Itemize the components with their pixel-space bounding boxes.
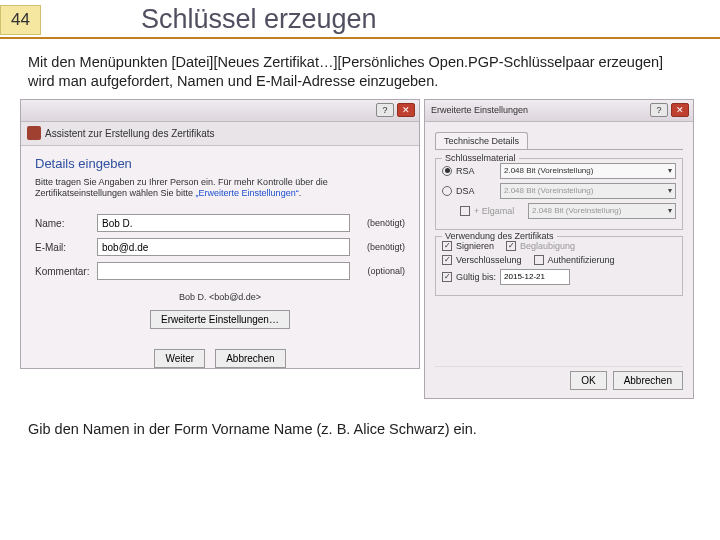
page-title: Schlüssel erzeugen xyxy=(141,4,377,35)
tab-row: Technische Details xyxy=(435,130,683,150)
auth-label: Authentifizierung xyxy=(548,255,615,265)
advanced-window: Erweiterte Einstellungen ? ✕ Technische … xyxy=(424,99,694,399)
help-button[interactable]: ? xyxy=(650,103,668,117)
tab-tech[interactable]: Technische Details xyxy=(435,132,528,149)
rsa-label: RSA xyxy=(456,166,496,176)
elgamal-checkbox xyxy=(460,206,470,216)
auth-checkbox[interactable] xyxy=(534,255,544,265)
section-heading: Details eingeben xyxy=(35,156,405,171)
valid-checkbox[interactable] xyxy=(442,272,452,282)
comment-req: (optional) xyxy=(350,266,405,276)
email-input[interactable] xyxy=(97,238,350,256)
email-label: E-Mail: xyxy=(35,242,97,253)
close-button[interactable]: ✕ xyxy=(397,103,415,117)
wizard-window: ? ✕ Assistent zur Erstellung des Zertifi… xyxy=(20,99,420,369)
page-number: 44 xyxy=(0,5,41,35)
identity-line: Bob D. <bob@d.de> xyxy=(35,292,405,302)
chevron-down-icon: ▾ xyxy=(668,186,672,195)
toolbar-title: Assistent zur Erstellung des Zertifikats xyxy=(45,128,215,139)
adv-title: Erweiterte Einstellungen xyxy=(431,105,528,115)
intro-text: Mit den Menüpunkten [Datei][Neues Zertif… xyxy=(0,39,720,99)
sign-checkbox[interactable] xyxy=(442,241,452,251)
elgamal-label: + Elgamal xyxy=(474,206,524,216)
comment-input[interactable] xyxy=(97,262,350,280)
name-label: Name: xyxy=(35,218,97,229)
section-desc: Bitte tragen Sie Angaben zu Ihrer Person… xyxy=(35,177,405,200)
dsa-label: DSA xyxy=(456,186,496,196)
app-icon xyxy=(27,126,41,140)
name-req: (benötigt) xyxy=(350,218,405,228)
desc-post: . xyxy=(299,188,302,198)
encrypt-label: Verschlüsselung xyxy=(456,255,522,265)
chevron-down-icon: ▾ xyxy=(668,166,672,175)
cancel-button[interactable]: Abbrechen xyxy=(613,371,683,390)
titlebar: Erweiterte Einstellungen ? ✕ xyxy=(425,100,693,122)
toolbar: Assistent zur Erstellung des Zertifikats xyxy=(21,122,419,146)
dsa-bits-select: 2.048 Bit (Voreinstellung)▾ xyxy=(500,183,676,199)
close-button[interactable]: ✕ xyxy=(671,103,689,117)
chevron-down-icon: ▾ xyxy=(668,206,672,215)
usage-group: Verwendung des Zertifikats Signieren Beg… xyxy=(435,236,683,296)
footer-text: Gib den Namen in der Form Vorname Name (… xyxy=(0,399,720,437)
adv-link[interactable]: „Erweiterte Einstellungen“ xyxy=(196,188,299,198)
valid-label: Gültig bis: xyxy=(456,272,496,282)
comment-label: Kommentar: xyxy=(35,266,97,277)
email-req: (benötigt) xyxy=(350,242,405,252)
cert-checkbox[interactable] xyxy=(506,241,516,251)
advanced-button[interactable]: Erweiterte Einstellungen… xyxy=(150,310,290,329)
key-material-group: Schlüsselmaterial RSA 2.048 Bit (Voreins… xyxy=(435,158,683,230)
group-title: Schlüsselmaterial xyxy=(442,153,519,163)
cert-label: Beglaubigung xyxy=(520,241,575,251)
group-title: Verwendung des Zertifikats xyxy=(442,231,557,241)
rsa-radio[interactable] xyxy=(442,166,452,176)
titlebar: ? ✕ xyxy=(21,100,419,122)
cancel-button[interactable]: Abbrechen xyxy=(215,349,285,368)
elgamal-bits-select: 2.048 Bit (Voreinstellung)▾ xyxy=(528,203,676,219)
sign-label: Signieren xyxy=(456,241,494,251)
ok-button[interactable]: OK xyxy=(570,371,606,390)
encrypt-checkbox[interactable] xyxy=(442,255,452,265)
rsa-bits-select[interactable]: 2.048 Bit (Voreinstellung)▾ xyxy=(500,163,676,179)
help-button[interactable]: ? xyxy=(376,103,394,117)
valid-date-input[interactable] xyxy=(500,269,570,285)
name-input[interactable] xyxy=(97,214,350,232)
dsa-radio[interactable] xyxy=(442,186,452,196)
next-button[interactable]: Weiter xyxy=(154,349,205,368)
